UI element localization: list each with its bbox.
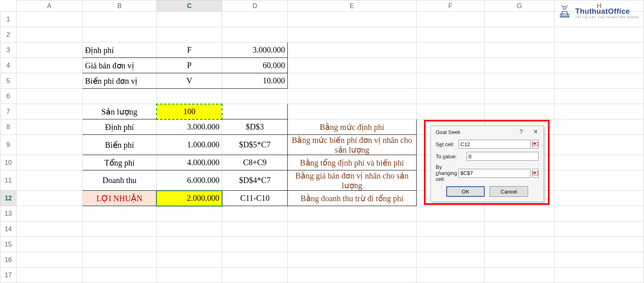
cell[interactable] xyxy=(156,89,222,104)
cell[interactable] xyxy=(484,268,554,283)
row-header[interactable]: 13 xyxy=(0,206,17,221)
cell-param-val[interactable]: 60.000 xyxy=(222,58,288,73)
cell[interactable] xyxy=(16,155,82,170)
cell[interactable] xyxy=(222,252,288,268)
select-all-corner[interactable] xyxy=(0,0,17,12)
cell[interactable] xyxy=(16,12,82,27)
col-header[interactable]: F xyxy=(416,0,484,12)
cell[interactable] xyxy=(82,89,156,104)
cell[interactable] xyxy=(16,73,82,89)
cell-section-label[interactable]: Sản lượng xyxy=(82,104,156,119)
cell[interactable] xyxy=(484,27,554,43)
cell[interactable] xyxy=(16,252,82,268)
cell[interactable] xyxy=(416,73,484,89)
cell[interactable] xyxy=(16,104,82,119)
cell[interactable] xyxy=(554,58,644,73)
cell[interactable] xyxy=(288,206,417,221)
cell[interactable] xyxy=(554,206,644,221)
cell[interactable] xyxy=(288,73,417,89)
cell[interactable] xyxy=(82,221,156,237)
col-header[interactable]: B xyxy=(82,0,156,12)
cell[interactable] xyxy=(16,268,82,283)
cell[interactable] xyxy=(554,119,644,135)
cell[interactable] xyxy=(484,221,554,237)
cell[interactable] xyxy=(222,12,288,27)
cell[interactable] xyxy=(416,43,484,58)
row-header[interactable]: 14 xyxy=(0,221,17,237)
cell[interactable] xyxy=(554,221,644,237)
cell-param-label[interactable]: Biến phí đơn vị xyxy=(82,73,156,89)
cell[interactable] xyxy=(554,268,644,283)
collapse-dialog-icon[interactable] xyxy=(532,140,539,149)
cell-value[interactable]: 6.000.000 xyxy=(156,170,222,191)
cell[interactable] xyxy=(156,12,222,27)
cell[interactable] xyxy=(484,104,554,119)
help-button[interactable]: ? xyxy=(518,128,525,136)
cell[interactable] xyxy=(82,27,156,43)
cell[interactable] xyxy=(484,58,554,73)
cell[interactable] xyxy=(16,191,82,206)
cell-note[interactable]: Bằng giá bán đơn vị nhân cho sản lượng xyxy=(288,170,417,191)
cell[interactable] xyxy=(156,27,222,43)
cell[interactable] xyxy=(484,206,554,221)
cell[interactable] xyxy=(554,43,644,58)
row-header[interactable]: 3 xyxy=(0,43,17,58)
cell[interactable] xyxy=(484,89,554,104)
cell[interactable] xyxy=(554,191,644,206)
cell[interactable] xyxy=(222,27,288,43)
cell-c7-marching[interactable]: 100 xyxy=(156,104,222,119)
cell-profit-label[interactable]: LỢI NHUẬN xyxy=(82,191,156,206)
cell[interactable] xyxy=(416,12,484,27)
cell[interactable] xyxy=(288,12,417,27)
cell[interactable] xyxy=(288,58,417,73)
cell[interactable] xyxy=(16,89,82,104)
close-button[interactable]: ✕ xyxy=(532,128,539,136)
cell[interactable] xyxy=(554,89,644,104)
cell[interactable] xyxy=(156,252,222,268)
ok-button[interactable]: OK xyxy=(446,186,485,197)
by-changing-input[interactable] xyxy=(458,169,531,178)
cell-param-label[interactable]: Định phí xyxy=(82,43,156,58)
cell-note[interactable]: Bằng mức định phí xyxy=(288,119,417,135)
row-header[interactable]: 11 xyxy=(0,170,17,191)
cell[interactable] xyxy=(416,252,484,268)
cell-value[interactable]: 1.000.000 xyxy=(156,135,222,155)
cell-note[interactable]: Bằng tổng định phí và biến phí xyxy=(288,155,417,170)
cell[interactable] xyxy=(554,252,644,268)
cell[interactable] xyxy=(156,268,222,283)
cell[interactable] xyxy=(82,252,156,268)
row-header[interactable]: 16 xyxy=(0,252,17,268)
cell[interactable] xyxy=(416,221,484,237)
cell[interactable] xyxy=(416,104,484,119)
row-header[interactable]: 9 xyxy=(0,135,17,155)
row-header[interactable]: 7 xyxy=(0,104,17,119)
cell[interactable] xyxy=(16,170,82,191)
cell[interactable] xyxy=(82,206,156,221)
cell-formula[interactable]: $D$5*C7 xyxy=(222,135,288,155)
cell-param-sym[interactable]: F xyxy=(156,43,222,58)
cell[interactable] xyxy=(288,268,417,283)
set-cell-input[interactable] xyxy=(458,140,531,149)
cell[interactable] xyxy=(16,135,82,155)
cell-section-label[interactable]: Doanh thu xyxy=(82,170,156,191)
cell[interactable] xyxy=(222,221,288,237)
cell[interactable] xyxy=(554,104,644,119)
col-header[interactable]: E xyxy=(288,0,417,12)
cell[interactable] xyxy=(484,237,554,252)
cell[interactable] xyxy=(288,89,417,104)
cell[interactable] xyxy=(288,221,417,237)
cell[interactable] xyxy=(16,27,82,43)
cell[interactable] xyxy=(156,221,222,237)
cell-note[interactable]: Bằng mức biến phí đơn vị nhân cho sản lư… xyxy=(288,135,417,155)
row-header-active[interactable]: 12 xyxy=(0,191,17,206)
cell[interactable] xyxy=(82,12,156,27)
cell[interactable] xyxy=(554,155,644,170)
cell[interactable] xyxy=(222,206,288,221)
cancel-button[interactable]: Cancel xyxy=(490,186,528,197)
cell[interactable] xyxy=(416,237,484,252)
col-header[interactable]: C xyxy=(156,0,222,12)
cell-section-label[interactable]: Tổng phí xyxy=(82,155,156,170)
cell[interactable] xyxy=(288,237,417,252)
to-value-input[interactable] xyxy=(466,152,539,161)
row-header[interactable]: 10 xyxy=(0,155,17,170)
